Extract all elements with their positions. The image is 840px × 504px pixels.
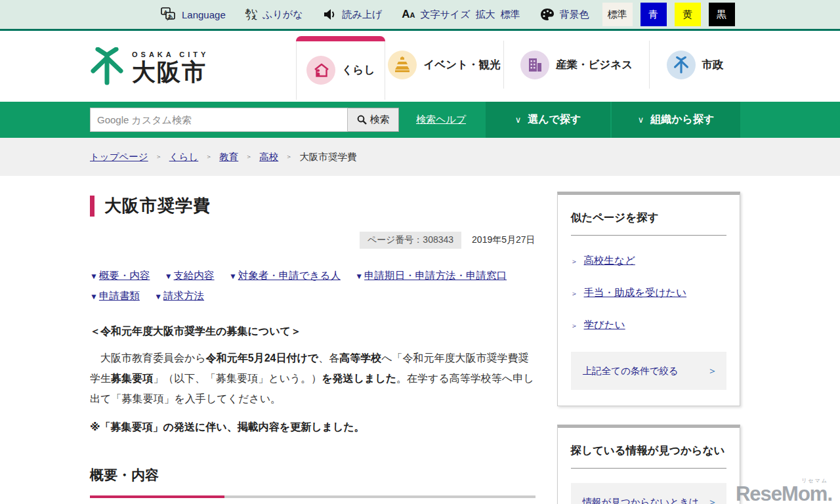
bg-color-label: 背景色 — [560, 9, 589, 21]
tab-shisei[interactable]: 市政 — [650, 41, 740, 89]
chevron-right-icon: ＞ — [571, 321, 578, 331]
divider — [571, 468, 726, 469]
down-triangle-icon: ▼ — [90, 272, 98, 281]
anchor-taishosha[interactable]: ▼対象者・申請できる人 — [229, 270, 341, 281]
related-pages-box: 似たページを探す ＞ 高校生など ＞ 手当・助成を受けたい ＞ 学びたい 上記全… — [557, 192, 740, 406]
anchor-gaiyo[interactable]: ▼概要・内容 — [90, 270, 150, 281]
section-heading-underline — [90, 495, 536, 498]
language-link[interactable]: Language — [182, 9, 226, 20]
breadcrumb-separator: ＞ — [156, 152, 162, 161]
logo-japanese: 大阪市 — [132, 58, 207, 85]
select-finder-dropdown[interactable]: ∨ 選んで探す — [486, 102, 610, 138]
bg-blue-button[interactable]: 青 — [640, 3, 667, 26]
chevron-right-icon: ＞ — [707, 365, 717, 377]
search-button-label: 検索 — [370, 114, 390, 126]
miotsukushi-logo-icon — [90, 47, 124, 85]
breadcrumb-separator: ＞ — [205, 152, 212, 161]
font-size-label: 文字サイズ — [421, 9, 471, 21]
bg-color-group: 背景色 標準 青 黄 黒 — [540, 3, 735, 26]
tab-sangyo-business[interactable]: 産業・ビジネス — [504, 41, 650, 89]
furigana-link[interactable]: ふりがな — [262, 9, 303, 21]
bg-black-button[interactable]: 黒 — [709, 3, 735, 26]
related-link-kokosei[interactable]: ＞ 高校生など — [571, 254, 726, 268]
org-finder-label: 組織から探す — [650, 113, 714, 127]
bg-standard-button[interactable]: 標準 — [602, 3, 633, 26]
finder-dropdowns: ∨ 選んで探す ∨ 組織から探す — [486, 102, 740, 138]
page-date: 2019年5月27日 — [472, 234, 536, 246]
font-size-icon: AA — [402, 8, 415, 21]
tab-kurashi[interactable]: くらし — [296, 41, 385, 100]
down-triangle-icon: ▼ — [154, 292, 162, 301]
tab-kurashi-label: くらし — [342, 63, 375, 77]
info-not-found-button[interactable]: 情報が見つからないときは ＞ — [571, 483, 726, 504]
page-title: 大阪市奨学費 — [104, 194, 211, 217]
logo-english: OSAKA CITY — [132, 51, 209, 58]
section-heading: 概要・内容 — [90, 466, 536, 484]
related-link-teate[interactable]: ＞ 手当・助成を受けたい — [571, 286, 726, 300]
read-aloud-link[interactable]: 読み上げ — [343, 9, 383, 21]
filter-all-conditions-label: 上記全ての条件で絞る — [583, 365, 679, 377]
search-button[interactable]: 検索 — [348, 108, 399, 132]
main-area: 大阪市奨学費 ページ番号：308343 2019年5月27日 ▼概要・内容 ▼支… — [0, 176, 840, 504]
accessibility-bar: A あ Language あい うえ ふりがな 読み上げ AA 文字サイズ 拡大… — [0, 0, 840, 31]
tab-sangyo-business-label: 産業・ビジネス — [556, 58, 633, 72]
down-triangle-icon: ▼ — [165, 272, 173, 281]
chevron-right-icon: ＞ — [571, 289, 578, 299]
update-note: ※「募集要項」の発送に伴い、掲載内容を更新しました。 — [90, 421, 536, 434]
bg-yellow-button[interactable]: 黄 — [675, 3, 701, 26]
chevron-down-icon: ∨ — [515, 115, 522, 125]
search-icon — [357, 115, 367, 125]
info-not-found-box: 探している情報が見つからない 情報が見つからないときは ＞ — [557, 425, 740, 504]
main-nav: くらし イベント・観光 — [296, 41, 740, 102]
read-aloud-switch[interactable]: 読み上げ — [323, 8, 383, 21]
filter-all-conditions-button[interactable]: 上記全ての条件で絞る ＞ — [571, 352, 726, 390]
furigana-icon: あい うえ — [245, 9, 257, 20]
anchor-row-2: ▼申請書類 ▼請求方法 — [90, 286, 536, 306]
castle-icon — [388, 51, 417, 79]
resemom-watermark: リセマム ReseMom. — [736, 477, 832, 504]
breadcrumb-koko[interactable]: 高校 — [259, 151, 278, 163]
down-triangle-icon: ▼ — [355, 272, 363, 281]
house-icon — [306, 56, 335, 85]
down-triangle-icon: ▼ — [90, 292, 98, 301]
site-header: OSAKA CITY 大阪市 くらし — [0, 31, 840, 102]
breadcrumb-separator: ＞ — [285, 152, 292, 161]
language-icon: A あ — [161, 7, 177, 22]
sidebar: 似たページを探す ＞ 高校生など ＞ 手当・助成を受けたい ＞ 学びたい 上記全… — [557, 176, 740, 504]
osaka-city-logo[interactable]: OSAKA CITY 大阪市 — [90, 47, 209, 85]
breadcrumb-home[interactable]: トップページ — [90, 151, 148, 163]
chevron-right-icon: ＞ — [571, 257, 578, 266]
search-input[interactable] — [90, 108, 348, 132]
anchor-shinsei-shorui[interactable]: ▼申請書類 — [90, 290, 140, 301]
anchor-links: ▼概要・内容 ▼支給内容 ▼対象者・申請できる人 ▼申請期日・申請方法・申請窓口… — [90, 266, 536, 306]
tab-event-kanko[interactable]: イベント・観光 — [385, 41, 504, 89]
anchor-shikyu[interactable]: ▼支給内容 — [165, 270, 215, 281]
chevron-down-icon: ∨ — [638, 115, 644, 125]
language-switch[interactable]: A あ Language — [161, 7, 226, 22]
breadcrumb: トップページ ＞ くらし ＞ 教育 ＞ 高校 ＞ 大阪市奨学費 — [0, 138, 840, 176]
logo-text: OSAKA CITY 大阪市 — [132, 48, 209, 85]
anchor-shinsei-kijitsu[interactable]: ▼申請期日・申請方法・申請窓口 — [355, 270, 507, 281]
notice-heading: ＜令和元年度大阪市奨学生の募集について＞ — [90, 325, 536, 339]
breadcrumb-kurashi[interactable]: くらし — [169, 151, 199, 163]
page-number-badge: ページ番号：308343 — [360, 232, 461, 249]
related-link-manabitai[interactable]: ＞ 学びたい — [571, 318, 726, 332]
font-size-standard[interactable]: 標準 — [501, 9, 520, 21]
font-size-enlarge[interactable]: 拡大 — [476, 9, 495, 21]
speaker-icon — [323, 8, 337, 21]
title-accent-bar — [90, 196, 94, 217]
breadcrumb-separator: ＞ — [245, 152, 252, 161]
chevron-right-icon: ＞ — [707, 496, 717, 504]
font-size-group: AA 文字サイズ 拡大 標準 — [402, 8, 520, 21]
tab-event-kanko-label: イベント・観光 — [423, 58, 500, 72]
search-help-link[interactable]: 検索ヘルプ — [416, 114, 466, 126]
tab-shisei-label: 市政 — [702, 58, 724, 72]
furigana-switch[interactable]: あい うえ ふりがな — [245, 9, 303, 21]
building-icon — [520, 51, 549, 79]
anchor-seikyu[interactable]: ▼請求方法 — [154, 290, 204, 301]
breadcrumb-kyoiku[interactable]: 教育 — [219, 151, 238, 163]
org-finder-dropdown[interactable]: ∨ 組織から探す — [612, 102, 740, 138]
info-not-found-label: 情報が見つからないときは — [583, 496, 699, 504]
intro-paragraph: 大阪市教育委員会から令和元年5月24日付けで、各高等学校へ「令和元年度大阪市奨学… — [90, 348, 536, 409]
info-not-found-heading: 探している情報が見つからない — [571, 444, 726, 458]
